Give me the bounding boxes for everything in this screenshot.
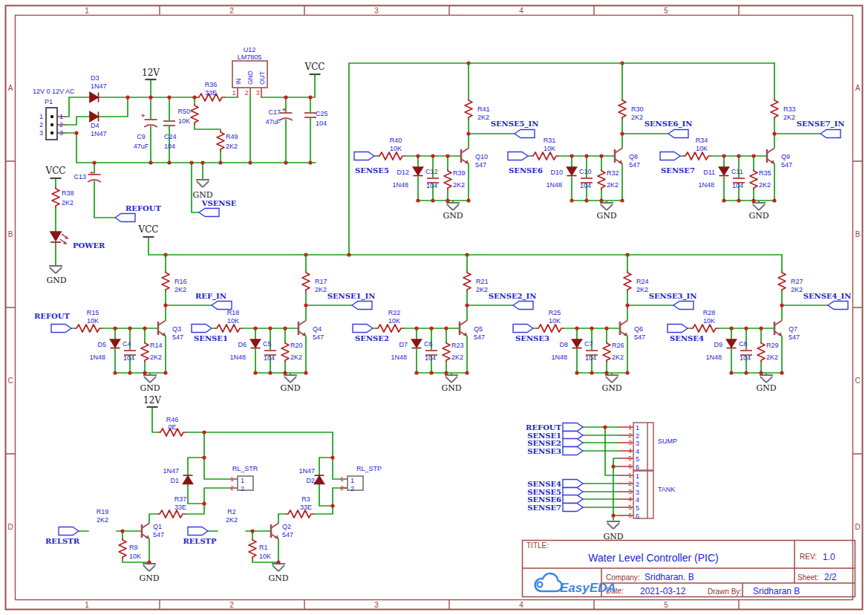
r1-ref: R1	[259, 544, 268, 551]
net-out-label: SENSE1_IN	[327, 292, 376, 300]
net-in-label: SENSE4	[670, 334, 704, 342]
gnd-label: GND	[601, 383, 621, 393]
pin-num: 4	[636, 496, 639, 504]
r9-ref: R9	[129, 544, 138, 551]
pin-num: 6	[636, 463, 639, 471]
col-label: 2	[229, 7, 234, 15]
c-ref: C8	[739, 340, 748, 348]
pin-num: 2	[230, 484, 234, 492]
pin-num: 6	[636, 512, 639, 520]
rin-ref: R15	[87, 309, 99, 316]
r46-val: 0E	[168, 423, 176, 431]
net-out-label: SENSE3_IN	[649, 292, 697, 300]
gnd-label: GND	[756, 383, 776, 393]
rc-val: 2K2	[315, 286, 327, 293]
c-val: 104	[732, 182, 743, 189]
rin-val: 10K	[388, 317, 400, 325]
pin-num: 4	[636, 448, 639, 455]
pin-num: 2	[636, 432, 639, 440]
q2-ref: Q2	[282, 523, 291, 530]
r36-ref: R36	[205, 81, 218, 88]
r36-val: 33E	[205, 89, 217, 97]
pin-num: 2	[39, 121, 43, 128]
d-ref: D8	[559, 341, 568, 348]
net-label: SENSE7	[527, 504, 561, 512]
vsense-label: VSENSE	[201, 199, 237, 207]
net-in-label: REFOUT	[34, 312, 70, 320]
rin-ref: R28	[703, 309, 716, 316]
c-val: 104	[585, 354, 596, 362]
plus-sign: +	[141, 112, 145, 120]
d3-val: 1N47	[91, 82, 107, 90]
rb-val: 2K2	[612, 354, 624, 361]
vcc-label: VCC	[45, 166, 65, 176]
pin-num: 3	[636, 440, 639, 447]
pin-num: 2	[340, 484, 344, 492]
c-ref: C10	[579, 168, 592, 175]
pin-num: 3	[59, 129, 63, 137]
pin-num: 1	[636, 424, 639, 432]
rb-ref: R14	[150, 342, 163, 349]
rb-ref: R26	[612, 342, 624, 349]
p1-pin-dot	[50, 123, 53, 126]
rin-ref: R18	[227, 309, 240, 316]
net-out-label: REF_IN	[195, 292, 226, 300]
net-in-label: SENSE7	[661, 166, 695, 175]
drawn-by-label: Drawn By:	[708, 588, 742, 596]
col-label: 5	[664, 7, 668, 15]
rb-ref: R20	[290, 342, 303, 349]
d-val: 1N48	[698, 181, 714, 189]
q-val: 547	[634, 333, 645, 341]
r49-val: 2K2	[226, 143, 238, 150]
net-label: REFOUT	[526, 423, 561, 432]
q-ref: Q4	[313, 325, 322, 333]
net-in-label: SENSE3	[515, 334, 549, 342]
pin-num: 2	[241, 485, 244, 492]
col-label: 3	[374, 601, 379, 609]
d-ref: D12	[397, 169, 409, 176]
c-ref: C11	[731, 168, 743, 175]
net-in-label: SENSE2	[355, 334, 389, 342]
q-val: 547	[475, 161, 486, 169]
col-label: 3	[374, 7, 379, 15]
d2-ref: D2	[306, 477, 315, 484]
net-out-label: SENSE6_IN	[645, 120, 693, 128]
rin-val: 10K	[544, 145, 555, 152]
row-label: B	[8, 230, 13, 238]
pin-num: 4	[628, 495, 632, 503]
d2-val: 1N47	[298, 467, 315, 475]
rc-ref: R41	[477, 105, 490, 113]
pin-num: 5	[628, 504, 632, 511]
d-val: 1N48	[229, 354, 246, 361]
12v-label: 12V	[143, 395, 161, 406]
rb-val: 2K2	[290, 354, 302, 361]
rc-val: 2K2	[476, 286, 488, 293]
pin-num: 3	[628, 488, 632, 495]
col-label: 4	[519, 7, 523, 15]
d-ref: D6	[238, 341, 247, 348]
p1-ref: P1	[45, 98, 53, 105]
ac-input-label: 12V 0 12V AC	[33, 88, 75, 95]
rl-str-label: RL_STR	[232, 465, 258, 472]
rc-val: 2K2	[631, 114, 643, 121]
pin-num: 1	[39, 113, 43, 120]
pin-num: 6	[628, 463, 632, 470]
r37-ref: R37	[174, 495, 187, 503]
pin-num: 5	[636, 504, 639, 512]
rin-val: 10K	[703, 317, 715, 325]
r50-ref: R50	[177, 108, 190, 115]
rin-val: 10K	[696, 145, 708, 152]
rb-val: 2K2	[759, 181, 771, 189]
rev-label: REV:	[800, 553, 817, 561]
pin-num: 3	[628, 439, 632, 446]
rb-val: 2K2	[451, 354, 463, 361]
q-val: 547	[789, 333, 800, 341]
q1-val: 547	[153, 531, 164, 538]
rc-val: 2K2	[636, 286, 648, 293]
r19-ref: R19	[97, 508, 109, 515]
rc-val: 2K2	[174, 286, 186, 293]
rin-val: 10K	[87, 317, 99, 325]
d4-val: 1N47	[91, 130, 107, 137]
r49-ref: R49	[226, 133, 238, 140]
schematic-canvas[interactable]: 1 2 3 4 5 1 2 3 4 5 A B C D A B C D 12V …	[0, 0, 868, 615]
